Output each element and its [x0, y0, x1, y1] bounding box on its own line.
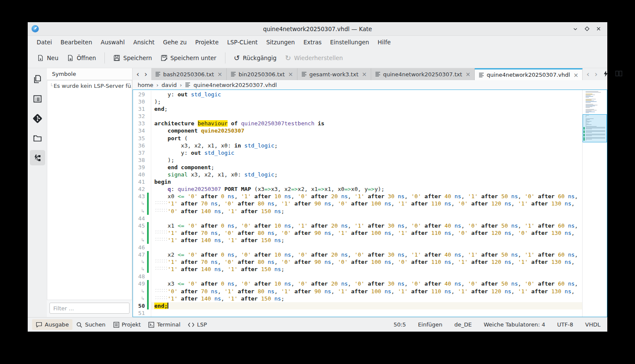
tab-bin20250306.txt[interactable]: bin20250306.txt×: [227, 68, 297, 80]
menu-item-bearbeiten[interactable]: Bearbeiten: [56, 37, 96, 47]
line-number[interactable]: 30: [133, 98, 145, 105]
code-line[interactable]: ↳'1' after 70 ns, '0' after 80 ns, '0' a…: [133, 258, 582, 266]
code-line[interactable]: ↳'1' after 140 ns, '1' after 150 ns;: [133, 295, 582, 302]
code-line-text[interactable]: '1' after 140 ns, '1' after 150 ns;: [154, 266, 582, 273]
line-number[interactable]: 48: [133, 273, 145, 280]
cursor-position[interactable]: 50:5: [393, 321, 406, 328]
code-line[interactable]: 44: [133, 215, 582, 222]
save-as-button[interactable]: Speichern unter: [156, 52, 221, 64]
code-line-text[interactable]: x2 <= '0' after 0 ns, '0' after 10 ns, '…: [154, 251, 582, 258]
history-forward-icon[interactable]: ›: [142, 71, 150, 78]
open-button[interactable]: Öffnen: [63, 52, 100, 64]
history-back-icon[interactable]: ‹: [134, 71, 141, 78]
code-area[interactable]: 29 y: out std_logic30);31end;3233archite…: [133, 90, 582, 317]
menu-item-datei[interactable]: Datei: [32, 37, 56, 47]
tab-mode[interactable]: Weiche Tabulatoren: 4: [484, 321, 545, 328]
code-line[interactable]: 51: [133, 309, 582, 317]
menu-item-projekte[interactable]: Projekte: [191, 37, 223, 47]
line-number[interactable]: 43: [133, 193, 145, 200]
minimap-scrollbar[interactable]: [582, 90, 607, 317]
line-number[interactable]: ↳: [133, 258, 145, 266]
code-line[interactable]: 42 q: quine20250307 PORT MAP (x3=>x3, x2…: [133, 185, 582, 193]
code-line[interactable]: 48: [133, 273, 582, 280]
encoding[interactable]: UTF-8: [557, 321, 573, 328]
redo-button[interactable]: ↻ Wiederherstellen: [281, 52, 347, 64]
line-number[interactable]: 34: [133, 127, 145, 134]
project-panel-button[interactable]: Projekt: [110, 319, 145, 330]
minimap-viewport[interactable]: [583, 114, 607, 142]
code-line-text[interactable]: q: quine20250307 PORT MAP (x3=>x3, x2=>x…: [154, 185, 582, 193]
line-number[interactable]: ↳: [133, 295, 145, 302]
lsp-symbols-panel-icon[interactable]: [30, 150, 45, 165]
code-line[interactable]: 33architecture behaviour of quine2025030…: [133, 120, 582, 127]
code-line[interactable]: ↳'1' after 70 ns, '0' after 80 ns, '1' a…: [133, 200, 582, 207]
code-line[interactable]: 38 );: [133, 156, 582, 164]
line-number[interactable]: 39: [133, 164, 145, 171]
line-number[interactable]: 45: [133, 222, 145, 229]
filesystem-panel-icon[interactable]: [30, 130, 45, 146]
code-line-text[interactable]: '1' after 70 ns, '0' after 80 ns, '1' af…: [154, 200, 582, 207]
code-line[interactable]: 36 x3, x2, x1, x0: in std_logic;: [133, 142, 582, 149]
code-line-text[interactable]: [154, 273, 582, 280]
code-line-text[interactable]: end;: [154, 105, 582, 113]
tab-quine4network20250307.txt[interactable]: quine4network20250307.txt×: [371, 68, 475, 80]
menu-item-einstellungen[interactable]: Einstellungen: [326, 37, 374, 47]
code-line[interactable]: ↳'1' after 70 ns, '0' after 80 ns, '0' a…: [133, 229, 582, 237]
line-number[interactable]: 41: [133, 178, 145, 185]
line-number[interactable]: 47: [133, 251, 145, 258]
tab-scroll-left-icon[interactable]: ‹: [584, 71, 592, 78]
input-mode[interactable]: Einfügen: [418, 321, 442, 328]
breadcrumb-file[interactable]: quine4network20250307.vhdl: [193, 82, 277, 88]
line-number[interactable]: 29: [133, 91, 145, 98]
tab-gesamt-work3.txt[interactable]: gesamt-work3.txt×: [297, 68, 371, 80]
tab-quine4network20250307.vhdl[interactable]: quine4network20250307.vhdl×: [475, 68, 583, 80]
code-line-text[interactable]: '1' after 70 ns, '0' after 80 ns, '0' af…: [154, 229, 582, 237]
close-icon[interactable]: [595, 25, 602, 33]
syntax-language[interactable]: VHDL: [585, 321, 600, 328]
minimize-icon[interactable]: [572, 25, 579, 33]
code-line[interactable]: ↳'0' after 70 ns, '1' after 80 ns, '1' a…: [133, 288, 582, 295]
code-line[interactable]: ↳'1' after 140 ns, '1' after 150 ns;: [133, 237, 582, 244]
code-line[interactable]: 47 x2 <= '0' after 0 ns, '0' after 10 ns…: [133, 251, 582, 258]
symbols-tree[interactable]: └ Es wurde kein LSP-Server fü...: [47, 80, 132, 300]
code-line-text[interactable]: '0' after 70 ns, '1' after 80 ns, '1' af…: [154, 288, 582, 295]
menu-item-ansicht[interactable]: Ansicht: [129, 37, 159, 47]
code-line-text[interactable]: );: [154, 98, 582, 105]
code-line-text[interactable]: component quine20250307: [154, 127, 582, 134]
code-line[interactable]: 46: [133, 244, 582, 251]
split-view-icon[interactable]: [612, 71, 626, 78]
code-line-text[interactable]: '1' after 140 ns, '1' after 150 ns;: [154, 295, 582, 302]
code-line[interactable]: 30);: [133, 98, 582, 105]
tab-close-icon[interactable]: ×: [574, 72, 579, 78]
menu-item-sitzungen[interactable]: Sitzungen: [262, 37, 299, 47]
code-line[interactable]: 43 x0 <= '0' after 0 ns, '1' after 10 ns…: [133, 193, 582, 200]
line-number[interactable]: ↳: [133, 288, 145, 295]
line-number[interactable]: ↳: [133, 237, 145, 244]
search-panel-button[interactable]: Suchen: [72, 319, 109, 330]
terminal-panel-button[interactable]: Terminal: [144, 319, 184, 330]
new-button[interactable]: Neu: [33, 52, 63, 64]
code-line-text[interactable]: y: out std_logic: [154, 91, 582, 98]
code-line-text[interactable]: [154, 309, 582, 317]
line-number[interactable]: 32: [133, 113, 145, 120]
code-line[interactable]: 32: [133, 113, 582, 120]
line-number[interactable]: 33: [133, 120, 145, 127]
line-number[interactable]: 49: [133, 280, 145, 287]
breadcrumb-dir-david[interactable]: david: [162, 82, 177, 88]
code-line[interactable]: 35 port (: [133, 135, 582, 142]
code-line-text[interactable]: signal x3, x2, x1, x0: std_logic;: [154, 171, 582, 178]
output-panel-button[interactable]: Ausgabe: [32, 319, 72, 330]
code-line[interactable]: 29 y: out std_logic: [133, 91, 582, 98]
tab-scroll-right-icon[interactable]: ›: [592, 71, 600, 78]
quick-open-icon[interactable]: [600, 71, 611, 78]
menu-item-extras[interactable]: Extras: [299, 37, 326, 47]
code-line[interactable]: 34 component quine20250307: [133, 127, 582, 134]
code-line[interactable]: 50end;: [133, 302, 582, 309]
menu-item-lsp-client[interactable]: LSP-CLient: [223, 37, 262, 47]
code-line-text[interactable]: );: [154, 156, 582, 164]
menu-item-hilfe[interactable]: Hilfe: [373, 37, 395, 47]
git-panel-icon[interactable]: [30, 111, 45, 126]
tab-close-icon[interactable]: ×: [217, 71, 222, 78]
code-line-text[interactable]: begin: [154, 178, 582, 185]
code-line[interactable]: 31end;: [133, 105, 582, 113]
